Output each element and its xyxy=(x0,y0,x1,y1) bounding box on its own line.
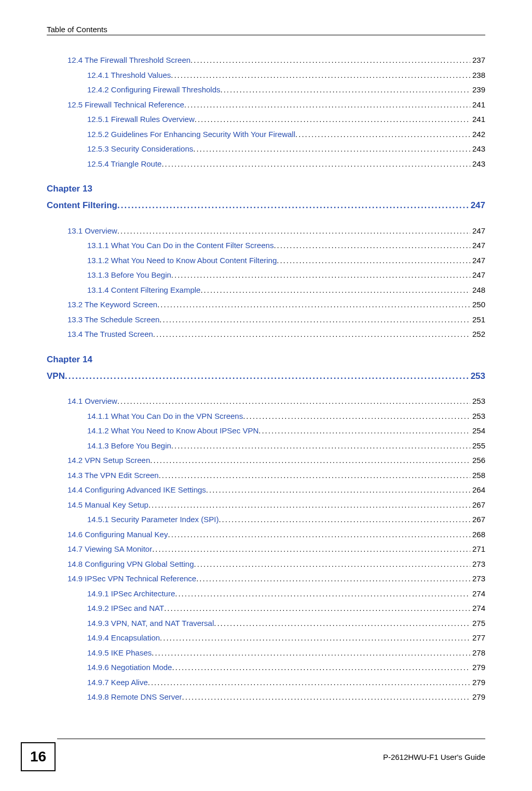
chapter-number: Chapter 14 xyxy=(47,351,485,368)
toc-entry[interactable]: 14.4 Configuring Advanced IKE Settings 2… xyxy=(67,483,485,498)
page-number: 16 xyxy=(21,742,56,771)
toc-entry[interactable]: 13.1.3 Before You Begin 247 xyxy=(87,268,485,283)
toc-entry[interactable]: 14.5 Manual Key Setup 267 xyxy=(67,498,485,513)
toc-entry[interactable]: 14.9.1 IPSec Architecture 274 xyxy=(87,587,485,602)
chapter-title-row: VPN 253 xyxy=(47,368,485,385)
toc-entry[interactable]: 12.5 Firewall Technical Reference 241 xyxy=(67,98,485,113)
chapter-title: Content Filtering xyxy=(47,197,117,214)
toc-entry[interactable]: 13.3 The Schedule Screen 251 xyxy=(67,312,485,328)
toc-entry[interactable]: 14.9.2 IPSec and NAT 274 xyxy=(87,601,485,616)
toc-entry[interactable]: 13.4 The Trusted Screen 252 xyxy=(67,327,485,342)
toc-entry[interactable]: 13.1.4 Content Filtering Example 248 xyxy=(87,283,485,298)
toc-entry[interactable]: 14.1.2 What You Need to Know About IPSec… xyxy=(87,424,485,439)
table-of-contents: 12.4 The Firewall Threshold Screen 237 1… xyxy=(47,53,485,705)
toc-entry[interactable]: 12.4 The Firewall Threshold Screen 237 xyxy=(67,53,485,68)
toc-entry[interactable]: 12.5.2 Guidelines For Enhancing Security… xyxy=(87,127,485,142)
chapter-page: 253 xyxy=(469,368,485,385)
chapter-number: Chapter 13 xyxy=(47,181,485,197)
toc-entry[interactable]: 13.2 The Keyword Screen 250 xyxy=(67,297,485,312)
toc-entry[interactable]: 14.3 The VPN Edit Screen 258 xyxy=(67,468,485,483)
toc-entry[interactable]: 14.8 Configuring VPN Global Setting 273 xyxy=(67,557,485,572)
chapter-title-row: Content Filtering 247 xyxy=(47,197,485,214)
page-footer: 16 P-2612HWU-F1 User's Guide xyxy=(0,742,532,771)
toc-entry[interactable]: 13.1 Overview 247 xyxy=(67,224,485,239)
toc-entry[interactable]: 14.9.4 Encapsulation 277 xyxy=(87,631,485,646)
page-header: Table of Contents xyxy=(47,25,485,35)
chapter-heading[interactable]: Chapter 14 VPN 253 xyxy=(47,351,485,385)
footer-rule xyxy=(57,739,485,739)
toc-entry[interactable]: 14.6 Configuring Manual Key 268 xyxy=(67,527,485,542)
toc-entry[interactable]: 12.4.1 Threshold Values 238 xyxy=(87,68,485,83)
header-title: Table of Contents xyxy=(47,25,107,34)
page-container: Table of Contents 12.4 The Firewall Thre… xyxy=(0,0,532,726)
chapter-heading[interactable]: Chapter 13 Content Filtering 247 xyxy=(47,181,485,214)
toc-entry[interactable]: 14.9 IPSec VPN Technical Reference 273 xyxy=(67,571,485,587)
toc-entry[interactable]: 14.1 Overview 253 xyxy=(67,394,485,409)
toc-entry[interactable]: 13.1.2 What You Need to Know About Conte… xyxy=(87,253,485,268)
toc-entry[interactable]: 14.9.3 VPN, NAT, and NAT Traversal 275 xyxy=(87,616,485,631)
toc-entry[interactable]: 14.9.5 IKE Phases 278 xyxy=(87,646,485,661)
toc-entry[interactable]: 14.1.3 Before You Begin 255 xyxy=(87,439,485,454)
toc-entry[interactable]: 13.1.1 What You Can Do in the Content Fi… xyxy=(87,238,485,253)
footer-guide-title: P-2612HWU-F1 User's Guide xyxy=(383,753,485,761)
toc-entry[interactable]: 14.7 Viewing SA Monitor 271 xyxy=(67,542,485,557)
toc-entry[interactable]: 12.4.2 Configuring Firewall Thresholds 2… xyxy=(87,83,485,98)
toc-entry[interactable]: 12.5.4 Triangle Route 243 xyxy=(87,157,485,172)
toc-entry[interactable]: 14.2 VPN Setup Screen 256 xyxy=(67,453,485,468)
toc-entry[interactable]: 12.5.1 Firewall Rules Overview 241 xyxy=(87,112,485,127)
chapter-title: VPN xyxy=(47,368,65,385)
toc-entry[interactable]: 14.9.6 Negotiation Mode 279 xyxy=(87,660,485,675)
toc-entry[interactable]: 14.5.1 Security Parameter Index (SPI) 26… xyxy=(87,512,485,527)
toc-entry[interactable]: 14.1.1 What You Can Do in the VPN Screen… xyxy=(87,409,485,424)
toc-entry[interactable]: 14.9.7 Keep Alive 279 xyxy=(87,675,485,690)
toc-entry[interactable]: 12.5.3 Security Considerations 243 xyxy=(87,142,485,157)
chapter-page: 247 xyxy=(469,197,485,214)
toc-entry[interactable]: 14.9.8 Remote DNS Server 279 xyxy=(87,690,485,705)
